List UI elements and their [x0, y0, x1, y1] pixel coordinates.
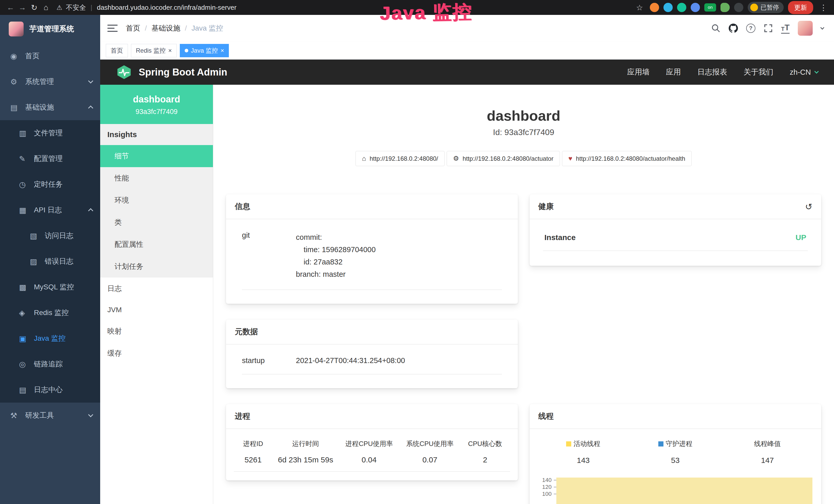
sba-nav-wallboard[interactable]: 应用墙 [627, 67, 650, 77]
address-divider: | [90, 4, 92, 12]
api-log-icon: ▦ [19, 206, 31, 215]
sba-menu-mappings[interactable]: 映射 [100, 320, 213, 342]
font-size-icon[interactable]: TT [781, 23, 790, 33]
bookmark-star-icon[interactable]: ☆ [634, 3, 645, 12]
column-header: 进程ID [234, 439, 272, 448]
sba-nav-about[interactable]: 关于我们 [744, 67, 773, 77]
column-header: CPU核心数 [460, 439, 510, 448]
instance-header[interactable]: dashboard 93a3fc7f7409 [100, 85, 213, 124]
paused-badge[interactable]: 已暂停 [748, 2, 784, 13]
tab-java-monitor[interactable]: Java 监控 × [180, 44, 229, 57]
process-card: 进程 进程ID 5261 运行时间 [226, 404, 518, 480]
sidebar-item-label: API 日志 [34, 205, 89, 215]
search-icon[interactable] [711, 24, 721, 33]
app-header: 首页 / 基础设施 / Java 监控 ? [100, 15, 834, 42]
sba-brand[interactable]: Spring Boot Admin [116, 64, 227, 80]
address-bar[interactable]: ⚠ 不安全 | dashboard.yudao.iocoder.cn/infra… [57, 3, 237, 12]
tab-redis-monitor[interactable]: Redis 监控 × [131, 44, 177, 57]
app-logo-row[interactable]: 芋道管理系统 [0, 15, 100, 43]
extension-check-icon[interactable] [677, 3, 686, 12]
extension-lion-icon[interactable] [650, 3, 659, 12]
sidebar-item-scheduled-jobs[interactable]: ◷ 定时任务 [0, 171, 100, 197]
breadcrumb-home[interactable]: 首页 [126, 23, 140, 33]
legend-daemon-threads[interactable]: 守护进程 53 [629, 439, 722, 465]
card-title: 线程 [539, 411, 554, 421]
process-column: CPU核心数 2 [460, 439, 510, 464]
github-icon[interactable] [729, 24, 738, 33]
sba-nav-journal[interactable]: 日志报表 [697, 67, 727, 77]
sba-nav-applications[interactable]: 应用 [666, 67, 681, 77]
sidebar-item-redis-monitor[interactable]: ◈ Redis 监控 [0, 300, 100, 325]
reload-button[interactable]: ↻ [28, 3, 40, 12]
sba-locale-select[interactable]: zh-CN [790, 68, 818, 76]
sba-menu-details[interactable]: 细节 [100, 145, 213, 167]
tab-home[interactable]: 首页 [106, 44, 128, 57]
fullscreen-icon[interactable] [764, 24, 773, 33]
forward-button[interactable]: → [17, 3, 28, 12]
sidebar-item-home[interactable]: ◉ 首页 [0, 43, 100, 69]
avatar-caret-icon[interactable] [820, 25, 825, 29]
home-button[interactable]: ⌂ [40, 3, 52, 12]
service-url-link[interactable]: ⌂ http://192.168.0.2:48080/ [355, 151, 445, 166]
close-icon[interactable]: × [220, 47, 224, 54]
sidebar-item-log-center[interactable]: ▤ 日志中心 [0, 377, 100, 403]
health-icon: ♥ [568, 155, 572, 162]
back-button[interactable]: ← [5, 3, 17, 12]
tab-label: 首页 [111, 46, 123, 55]
extension-puzzle-icon[interactable] [734, 3, 743, 12]
security-label[interactable]: 不安全 [66, 3, 86, 12]
sba-menu-scheduled-tasks[interactable]: 计划任务 [100, 255, 213, 278]
paused-label: 已暂停 [761, 3, 779, 12]
process-column: 进程CPU使用率 0.04 [339, 439, 400, 464]
url-text[interactable]: dashboard.yudao.iocoder.cn/infra/admin-s… [97, 4, 236, 12]
infrastructure-icon: ▤ [10, 103, 22, 112]
update-button[interactable]: 更新 [788, 1, 813, 14]
extension-switch-icon[interactable]: on [704, 3, 716, 12]
sidebar-item-file-mgmt[interactable]: ▥ 文件管理 [0, 120, 100, 146]
sidebar-item-mysql-monitor[interactable]: ▩ MySQL 监控 [0, 274, 100, 300]
avatar[interactable] [798, 21, 813, 36]
link-label: http://192.168.0.2:48080/actuator/health [576, 155, 685, 162]
legend-label: 活动线程 [574, 439, 600, 448]
chevron-down-icon [88, 78, 93, 84]
extension-drop-icon[interactable] [663, 3, 673, 12]
sidebar-item-dev-tools[interactable]: ⚒ 研发工具 [0, 403, 100, 428]
breadcrumb-infrastructure[interactable]: 基础设施 [152, 23, 180, 33]
browser-menu-icon[interactable]: ⋮ [817, 3, 829, 12]
legend-active-threads[interactable]: 活动线程 143 [537, 439, 630, 465]
insights-group: Insights 细节 性能 环境 类 配置属性 计划任务 [100, 124, 213, 278]
sba-menu-jvm[interactable]: JVM [100, 300, 213, 320]
actuator-url-link[interactable]: ⚙ http://192.168.0.2:48080/actuator [447, 151, 560, 166]
sba-menu-environment[interactable]: 环境 [100, 189, 213, 211]
help-icon[interactable]: ? [746, 24, 755, 33]
health-url-link[interactable]: ♥ http://192.168.0.2:48080/actuator/heal… [562, 151, 692, 166]
sidebar-item-config-mgmt[interactable]: ✎ 配置管理 [0, 146, 100, 171]
sba-title: Spring Boot Admin [139, 67, 227, 78]
history-icon[interactable]: ↺ [805, 202, 813, 212]
sba-menu-classes[interactable]: 类 [100, 211, 213, 233]
sidebar-item-trace[interactable]: ◎ 链路追踪 [0, 351, 100, 377]
column-header: 系统CPU使用率 [399, 439, 460, 448]
sidebar-item-java-monitor[interactable]: ▣ Java 监控 [0, 325, 100, 351]
sba-menu-performance[interactable]: 性能 [100, 167, 213, 189]
menu-fold-icon[interactable] [107, 25, 118, 32]
breadcrumb-separator: / [185, 24, 187, 32]
y-tick-label: 120 [542, 484, 552, 490]
sidebar-item-infrastructure[interactable]: ▤ 基础设施 [0, 94, 100, 120]
column-value: 0.07 [399, 456, 460, 464]
close-icon[interactable]: × [168, 47, 172, 54]
chart-plot-area [556, 477, 814, 504]
error-log-icon: ▨ [30, 257, 42, 266]
sba-menu-caches[interactable]: 缓存 [100, 342, 213, 364]
extension-grid-icon[interactable] [691, 3, 700, 12]
metadata-value: 2021-04-27T00:44:31.254+08:00 [296, 357, 502, 365]
sidebar-item-system-mgmt[interactable]: ⚙ 系统管理 [0, 69, 100, 94]
sidebar-item-api-logs[interactable]: ▦ API 日志 [0, 197, 100, 223]
sba-menu-config-props[interactable]: 配置属性 [100, 233, 213, 255]
sba-menu-logs[interactable]: 日志 [100, 278, 213, 300]
sidebar-item-label: 配置管理 [34, 154, 92, 164]
page-subtitle: Id: 93a3fc7f7409 [226, 128, 821, 137]
sidebar-item-access-logs[interactable]: ▧ 访问日志 [0, 223, 100, 249]
sidebar-item-error-logs[interactable]: ▨ 错误日志 [0, 249, 100, 274]
extension-leaf-icon[interactable] [721, 3, 730, 12]
